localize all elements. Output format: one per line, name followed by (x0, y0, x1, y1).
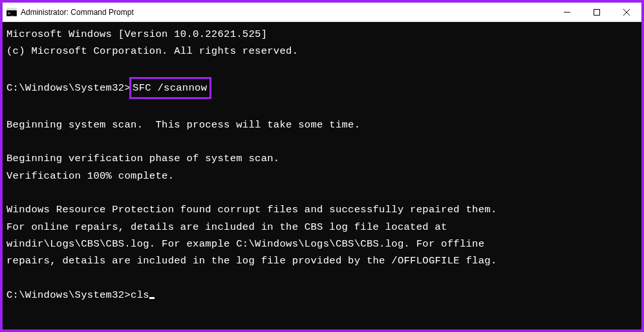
svg-rect-1 (6, 8, 17, 10)
prompt-path: C:\Windows\System32> (6, 82, 131, 94)
result-block: Windows Resource Protection found corrup… (6, 204, 497, 267)
prompt-path: C:\Windows\System32> (6, 289, 131, 301)
cls-command: cls (131, 289, 149, 301)
app-icon: >_ (6, 7, 17, 17)
window-title: Administrator: Command Prompt (21, 8, 552, 17)
sfc-command: SFC /scannow (133, 82, 207, 94)
command-prompt-window: >_ Administrator: Command Prompt Microso… (2, 2, 642, 330)
verify-complete-line: Verification 100% complete. (6, 170, 174, 182)
cursor (149, 297, 155, 299)
svg-text:>_: >_ (8, 11, 14, 16)
begin-verify-line: Beginning verification phase of system s… (6, 153, 279, 164)
maximize-button[interactable] (582, 3, 612, 21)
copyright-line: (c) Microsoft Corporation. All rights re… (6, 45, 298, 57)
begin-scan-line: Beginning system scan. This process will… (6, 119, 360, 131)
command-highlight: SFC /scannow (129, 77, 211, 99)
titlebar[interactable]: >_ Administrator: Command Prompt (3, 3, 641, 22)
close-button[interactable] (612, 3, 641, 21)
svg-rect-4 (594, 9, 600, 15)
terminal-output[interactable]: Microsoft Windows [Version 10.0.22621.52… (3, 22, 641, 329)
version-line: Microsoft Windows [Version 10.0.22621.52… (6, 28, 267, 40)
window-controls (552, 3, 641, 21)
minimize-button[interactable] (552, 3, 582, 21)
